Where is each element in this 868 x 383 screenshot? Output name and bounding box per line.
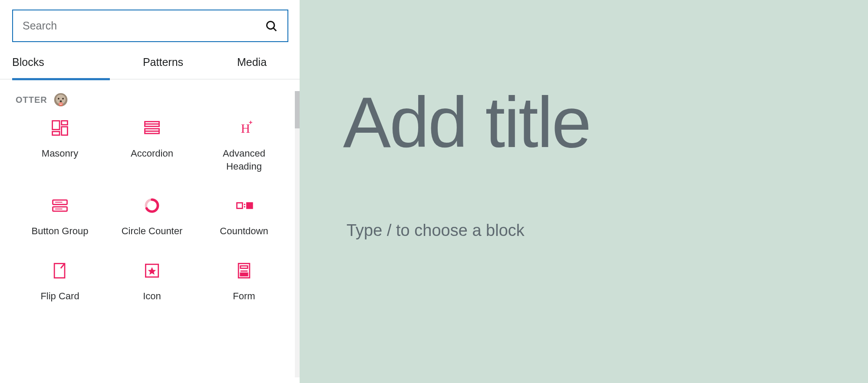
block-flip-card[interactable]: Flip Card xyxy=(14,261,106,303)
block-icon[interactable]: Icon xyxy=(106,261,198,303)
svg-point-5 xyxy=(62,98,64,100)
block-label: Form xyxy=(233,290,255,303)
svg-rect-9 xyxy=(53,131,59,135)
block-form[interactable]: Form xyxy=(198,261,290,303)
svg-rect-26 xyxy=(247,203,252,209)
svg-point-25 xyxy=(244,206,245,207)
block-label: Accordion xyxy=(131,147,173,160)
svg-point-6 xyxy=(59,100,62,102)
post-body-placeholder[interactable]: Type / to choose a block xyxy=(347,221,868,240)
block-label: Flip Card xyxy=(40,290,79,303)
category-header: OTTER xyxy=(12,92,292,107)
search-input[interactable] xyxy=(23,20,265,32)
button-group-icon xyxy=(50,196,69,215)
search-icon[interactable] xyxy=(265,20,278,33)
tab-blocks[interactable]: Blocks xyxy=(12,48,110,80)
block-label: Button Group xyxy=(32,225,89,238)
scrollbar-thumb[interactable] xyxy=(295,91,300,128)
block-masonry[interactable]: Masonry xyxy=(14,118,106,173)
tab-media[interactable]: Media xyxy=(216,48,287,79)
otter-avatar-icon xyxy=(53,92,68,107)
svg-rect-29 xyxy=(241,266,248,268)
block-advanced-heading[interactable]: H + Advanced Heading xyxy=(198,118,290,173)
post-title-input[interactable]: Add title xyxy=(343,87,868,158)
blocks-grid: Masonry Accordion H + xyxy=(12,118,292,303)
block-accordion[interactable]: Accordion xyxy=(106,118,198,173)
block-label: Icon xyxy=(143,290,161,303)
tab-patterns[interactable]: Patterns xyxy=(110,48,216,79)
search-wrap xyxy=(0,0,300,48)
svg-point-4 xyxy=(58,98,59,100)
block-button-group[interactable]: Button Group xyxy=(14,196,106,238)
block-label: Circle Counter xyxy=(122,225,183,238)
blocks-panel: OTTER xyxy=(0,79,300,383)
svg-rect-10 xyxy=(62,121,68,125)
category-label: OTTER xyxy=(16,95,47,105)
svg-line-1 xyxy=(274,28,277,31)
masonry-icon xyxy=(50,118,69,137)
svg-rect-11 xyxy=(62,127,68,135)
icon-star-icon xyxy=(142,261,162,280)
flip-card-icon xyxy=(50,261,69,280)
block-inserter-panel: Blocks Patterns Media OTTER xyxy=(0,0,300,383)
block-countdown[interactable]: Countdown xyxy=(198,196,290,238)
block-label: Advanced Heading xyxy=(205,147,283,173)
advanced-heading-icon: H + xyxy=(234,118,254,137)
block-label: Countdown xyxy=(220,225,268,238)
circle-counter-icon xyxy=(142,196,162,215)
form-icon xyxy=(234,261,254,280)
accordion-icon xyxy=(142,118,162,137)
inserter-tabs: Blocks Patterns Media xyxy=(0,48,300,79)
scrollbar[interactable] xyxy=(295,91,300,377)
block-label: Masonry xyxy=(42,147,78,160)
block-circle-counter[interactable]: Circle Counter xyxy=(106,196,198,238)
svg-rect-23 xyxy=(237,203,243,209)
svg-rect-8 xyxy=(53,121,59,130)
editor-canvas[interactable]: Add title Type / to choose a block xyxy=(300,0,868,383)
svg-point-0 xyxy=(267,21,274,29)
countdown-icon xyxy=(234,196,254,215)
search-box[interactable] xyxy=(12,10,288,42)
svg-point-24 xyxy=(244,204,245,205)
svg-rect-31 xyxy=(241,273,248,276)
svg-text:+: + xyxy=(249,119,253,126)
